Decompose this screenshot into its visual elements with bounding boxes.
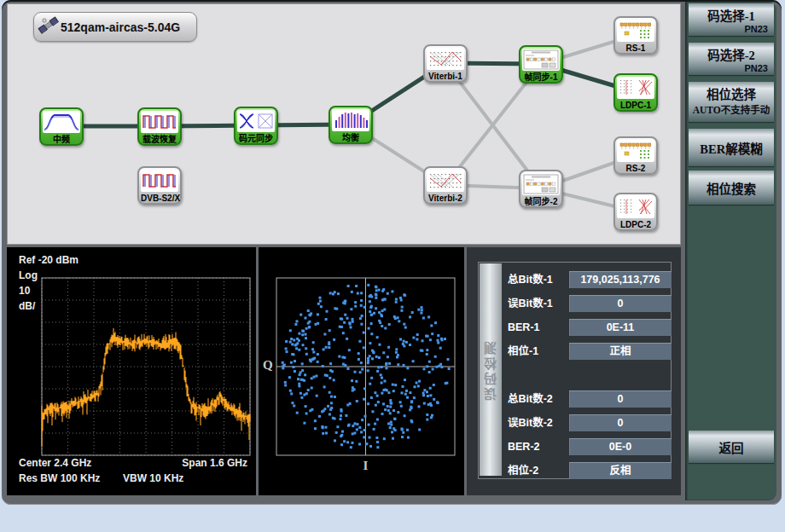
ber-section-title: 误码检测 bbox=[482, 339, 500, 401]
flow-node-fs2[interactable]: 帧同步-2 bbox=[519, 170, 563, 208]
flow-node-label: 帧同步-1 bbox=[522, 71, 560, 84]
flow-node-rs2[interactable]: RS-2 bbox=[613, 136, 658, 175]
ber-value-box: 0 bbox=[569, 390, 672, 408]
square-wave-icon bbox=[141, 111, 178, 133]
flow-node-label: RS-2 bbox=[617, 162, 654, 175]
q-axis-label: Q bbox=[263, 358, 273, 373]
flow-node-label: Viterbi-2 bbox=[427, 192, 464, 205]
ber-label: 总Bit数-2 bbox=[508, 390, 569, 408]
flow-node-label: Viterbi-1 bbox=[427, 70, 464, 83]
bandpass-spectrum-icon bbox=[43, 111, 80, 133]
frame-sync-window-icon bbox=[522, 173, 560, 195]
ber-panel: 误码检测 总Bit数-1179,025,113,776误Bit数-10BER-1… bbox=[467, 247, 681, 495]
ldpc-graph-icon bbox=[617, 77, 654, 99]
flow-node-label: 载波恢复 bbox=[141, 133, 178, 146]
sidebar-button-5[interactable]: 相位搜索 bbox=[689, 171, 774, 205]
flow-node-label: 帧同步-2 bbox=[522, 195, 560, 208]
flow-node-label: 码元同步 bbox=[237, 132, 275, 145]
flow-node-zhongpin[interactable]: 中频 bbox=[39, 107, 84, 146]
sidebar-button-sublabel: PN23 bbox=[689, 24, 774, 34]
span-label: Span 1.6 GHz bbox=[182, 457, 247, 469]
signal-title: 512qam-aircas-5.04G bbox=[61, 20, 180, 34]
flow-node-label: LDPC-1 bbox=[617, 99, 654, 112]
trellis-diagram-icon bbox=[427, 48, 464, 70]
ber-label: BER-2 bbox=[508, 438, 569, 455]
flow-node-ldpc1[interactable]: LDPC-1 bbox=[613, 73, 658, 112]
flow-node-fs1[interactable]: 帧同步-1 bbox=[519, 45, 563, 84]
ber-label: BER-1 bbox=[508, 319, 569, 336]
flow-node-label: 均衡 bbox=[332, 131, 369, 144]
scale-label: 10 bbox=[19, 285, 30, 297]
flow-node-vit2[interactable]: Viterbi-2 bbox=[423, 166, 468, 205]
sidebar-button-label: 相位搜索 bbox=[689, 171, 774, 197]
flow-node-ldpc2[interactable]: LDPC-2 bbox=[613, 193, 658, 231]
ber-label: 总Bit数-1 bbox=[508, 271, 569, 288]
rs-encoder-icon bbox=[617, 20, 654, 42]
ber-label: 相位-2 bbox=[508, 462, 569, 479]
ber-value-box: 0 bbox=[569, 295, 672, 312]
flow-node-carrier[interactable]: 载波恢复 bbox=[137, 107, 182, 146]
sidebar-button-1[interactable]: 码选择-1PN23 bbox=[689, 3, 774, 36]
app-window: 中频载波恢复码元同步均衡DVB-S2/XViterbi-1帧同步-1RS-1LD… bbox=[2, 0, 782, 505]
ber-label: 误Bit数-2 bbox=[508, 414, 569, 431]
flow-diagram-panel: 中频载波恢复码元同步均衡DVB-S2/XViterbi-1帧同步-1RS-1LD… bbox=[7, 3, 681, 245]
flow-node-symsync[interactable]: 码元同步 bbox=[234, 107, 278, 145]
flow-node-dvb[interactable]: DVB-S2/X bbox=[137, 166, 182, 205]
square-wave-icon bbox=[141, 170, 178, 192]
sidebar-button-sublabel: AUTO不支持手动 bbox=[689, 102, 774, 116]
rs-encoder-icon bbox=[617, 140, 654, 162]
ber-label: 相位-1 bbox=[508, 343, 569, 360]
back-button[interactable]: 返回 bbox=[689, 431, 774, 463]
sidebar-button-sublabel: PN23 bbox=[689, 63, 774, 73]
equalizer-bars-icon bbox=[332, 109, 369, 131]
ber-value-box: 反相 bbox=[569, 462, 672, 479]
sidebar-button-4[interactable]: BER解模糊 bbox=[689, 129, 774, 166]
back-button-label: 返回 bbox=[689, 431, 774, 456]
signal-title-button[interactable]: 512qam-aircas-5.04G bbox=[33, 12, 197, 42]
ldpc-graph-icon bbox=[617, 196, 654, 218]
flow-node-vit1[interactable]: Viterbi-1 bbox=[423, 44, 468, 83]
ber-value-box: 179,025,113,776 bbox=[569, 271, 672, 288]
frame-sync-window-icon bbox=[522, 49, 560, 71]
sidebar: 码选择-1PN23码选择-2PN23相位选择AUTO不支持手动BER解模糊相位搜… bbox=[685, 2, 776, 500]
flow-node-eq[interactable]: 均衡 bbox=[329, 106, 373, 144]
flow-node-label: LDPC-2 bbox=[617, 218, 654, 231]
flow-node-rs1[interactable]: RS-1 bbox=[613, 16, 658, 55]
ber-value-box: 0 bbox=[569, 414, 672, 431]
sidebar-button-label: 码选择-2 bbox=[689, 43, 774, 63]
flow-node-label: RS-1 bbox=[617, 42, 654, 55]
per-div-label: dB/ bbox=[19, 300, 35, 312]
vbw-label: VBW 10 KHz bbox=[123, 472, 183, 484]
sidebar-button-3[interactable]: 相位选择AUTO不支持手动 bbox=[689, 82, 774, 122]
rbw-label: Res BW 100 KHz bbox=[19, 472, 100, 484]
sidebar-button-label: BER解模糊 bbox=[689, 129, 774, 157]
flow-node-label: 中频 bbox=[43, 133, 80, 146]
trellis-diagram-icon bbox=[427, 170, 464, 192]
i-axis-label: I bbox=[276, 459, 455, 473]
ref-level-label: Ref -20 dBm bbox=[19, 254, 78, 266]
sidebar-button-label: 码选择-1 bbox=[689, 3, 774, 24]
sidebar-button-label: 相位选择 bbox=[689, 82, 774, 102]
center-freq-label: Center 2.4 GHz bbox=[19, 457, 91, 469]
ber-value-box: 0E-0 bbox=[569, 438, 672, 455]
ber-label: 误Bit数-1 bbox=[508, 295, 569, 312]
ber-value-box: 正相 bbox=[569, 343, 672, 360]
constellation-panel: Q I bbox=[259, 247, 464, 495]
spectrum-analyzer-panel: Ref -20 dBm Log 10 dB/ Center 2.4 GHz Sp… bbox=[7, 247, 256, 495]
flow-node-label: DVB-S2/X bbox=[141, 192, 178, 205]
ber-section-bar: 误码检测 bbox=[480, 263, 502, 476]
log-label: Log bbox=[19, 269, 38, 281]
ber-value-box: 0E-11 bbox=[569, 319, 672, 336]
satellite-icon bbox=[38, 14, 60, 40]
eye-diagram-icon bbox=[237, 110, 275, 132]
sidebar-button-2[interactable]: 码选择-2PN23 bbox=[689, 43, 774, 75]
